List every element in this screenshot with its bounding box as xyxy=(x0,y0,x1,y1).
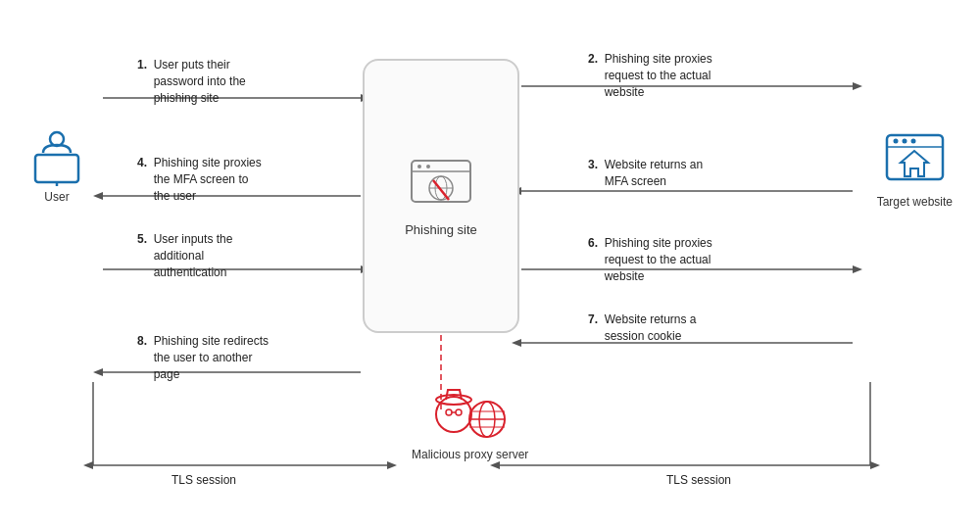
target-website-icon xyxy=(883,127,947,191)
svg-point-31 xyxy=(417,165,421,168)
svg-marker-42 xyxy=(901,151,928,176)
step-3-label: 3. Website returns an MFA screen xyxy=(588,157,703,190)
user-label: User xyxy=(44,190,69,204)
target-website-label: Target website xyxy=(877,195,953,209)
svg-marker-21 xyxy=(387,461,397,469)
step-8-label: 8. Phishing site redirects the user to a… xyxy=(137,333,269,382)
svg-rect-25 xyxy=(35,155,78,182)
svg-point-43 xyxy=(436,397,471,432)
svg-point-41 xyxy=(910,139,915,144)
malicious-proxy-container: Malicious proxy server xyxy=(412,380,528,461)
step-7-label: 7. Website returns a session cookie xyxy=(588,312,697,345)
step-2-label: 2. Phishing site proxies request to the … xyxy=(588,51,712,100)
svg-marker-13 xyxy=(512,339,521,347)
svg-point-39 xyxy=(893,139,898,144)
svg-marker-20 xyxy=(83,461,93,469)
svg-point-45 xyxy=(446,409,452,415)
phishing-site-box: Phishing site xyxy=(363,59,519,333)
phishing-site-label: Phishing site xyxy=(405,222,477,237)
svg-point-40 xyxy=(902,139,906,144)
step-6-label: 6. Phishing site proxies request to the … xyxy=(588,235,712,284)
svg-marker-24 xyxy=(870,461,880,469)
svg-marker-3 xyxy=(853,82,862,90)
target-website-container: Target website xyxy=(877,127,953,209)
malicious-proxy-label: Malicious proxy server xyxy=(412,448,528,461)
svg-point-32 xyxy=(426,165,430,168)
left-tls-label: TLS session xyxy=(172,472,236,489)
user-icon xyxy=(27,127,86,186)
step-5-label: 5. User inputs the additional authentica… xyxy=(137,231,232,280)
malicious-proxy-icon xyxy=(426,380,514,444)
right-tls-label: TLS session xyxy=(666,472,731,489)
svg-marker-11 xyxy=(853,265,862,273)
step-1-label: 1. User puts their password into the phi… xyxy=(137,57,246,106)
svg-marker-7 xyxy=(93,192,103,200)
user-icon-container: User xyxy=(27,127,86,204)
svg-marker-23 xyxy=(490,461,500,469)
svg-marker-15 xyxy=(93,368,103,376)
diagram-container: User Phishing site xyxy=(0,0,980,528)
step-4-label: 4. Phishing site proxies the MFA screen … xyxy=(137,155,262,204)
svg-point-46 xyxy=(456,409,462,415)
phishing-site-icon xyxy=(407,156,475,215)
